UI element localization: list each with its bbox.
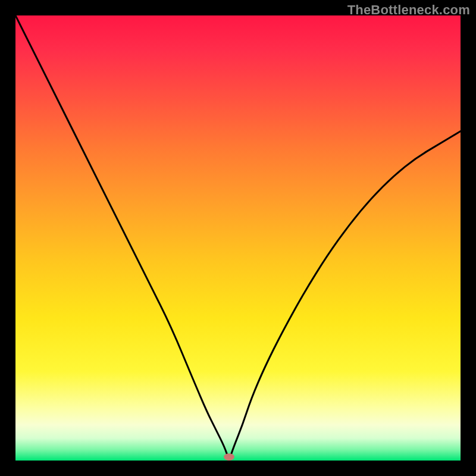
chart-frame: TheBottleneck.com [0, 0, 476, 476]
plot-area [15, 15, 461, 461]
watermark-text: TheBottleneck.com [347, 2, 470, 18]
bottleneck-curve [15, 15, 461, 461]
selected-point-marker [224, 453, 234, 461]
